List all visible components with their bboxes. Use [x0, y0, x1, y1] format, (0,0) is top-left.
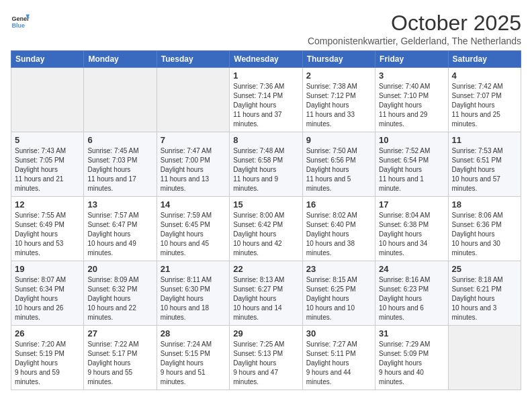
calendar-cell [448, 326, 521, 390]
day-header-friday: Friday [375, 51, 448, 68]
calendar-cell: 17Sunrise: 8:04 AMSunset: 6:38 PMDayligh… [375, 197, 448, 261]
day-info: Sunrise: 7:42 AMSunset: 7:07 PMDaylight … [452, 82, 517, 129]
calendar-cell: 24Sunrise: 8:16 AMSunset: 6:23 PMDayligh… [375, 261, 448, 326]
day-number: 7 [161, 135, 226, 145]
day-info: Sunrise: 7:45 AMSunset: 7:03 PMDaylight … [87, 146, 152, 193]
day-number: 29 [233, 328, 298, 338]
calendar-cell: 26Sunrise: 7:20 AMSunset: 5:19 PMDayligh… [11, 326, 84, 390]
calendar-week-row: 19Sunrise: 8:07 AMSunset: 6:34 PMDayligh… [11, 261, 521, 326]
day-info: Sunrise: 7:25 AMSunset: 5:13 PMDaylight … [233, 340, 298, 387]
location-subtitle: Componistenkwartier, Gelderland, The Net… [308, 36, 521, 46]
day-info: Sunrise: 7:43 AMSunset: 7:05 PMDaylight … [15, 146, 80, 193]
day-number: 12 [15, 199, 80, 210]
calendar-table: SundayMondayTuesdayWednesdayThursdayFrid… [11, 50, 521, 390]
logo-icon: General Blue [11, 11, 30, 30]
month-title: October 2025 [308, 11, 521, 36]
day-info: Sunrise: 8:00 AMSunset: 6:42 PMDaylight … [233, 211, 298, 258]
day-info: Sunrise: 8:11 AMSunset: 6:30 PMDaylight … [161, 275, 226, 322]
title-block: October 2025 Componistenkwartier, Gelder… [308, 11, 521, 46]
day-number: 4 [452, 71, 517, 81]
day-info: Sunrise: 8:13 AMSunset: 6:27 PMDaylight … [233, 275, 298, 322]
day-info: Sunrise: 7:55 AMSunset: 6:49 PMDaylight … [15, 211, 80, 258]
day-number: 22 [233, 264, 298, 274]
calendar-cell: 10Sunrise: 7:52 AMSunset: 6:54 PMDayligh… [375, 132, 448, 197]
day-number: 10 [379, 135, 444, 145]
calendar-header-row: SundayMondayTuesdayWednesdayThursdayFrid… [11, 51, 521, 68]
day-number: 3 [379, 71, 444, 81]
day-number: 31 [379, 328, 444, 338]
calendar-cell: 12Sunrise: 7:55 AMSunset: 6:49 PMDayligh… [11, 197, 84, 261]
day-info: Sunrise: 8:15 AMSunset: 6:25 PMDaylight … [306, 275, 371, 322]
calendar-cell: 11Sunrise: 7:53 AMSunset: 6:51 PMDayligh… [448, 132, 521, 197]
day-header-thursday: Thursday [302, 51, 375, 68]
calendar-cell: 25Sunrise: 8:18 AMSunset: 6:21 PMDayligh… [448, 261, 521, 326]
day-info: Sunrise: 7:40 AMSunset: 7:10 PMDaylight … [379, 82, 444, 129]
calendar-cell: 13Sunrise: 7:57 AMSunset: 6:47 PMDayligh… [84, 197, 157, 261]
calendar-cell: 20Sunrise: 8:09 AMSunset: 6:32 PMDayligh… [84, 261, 157, 326]
calendar-cell: 27Sunrise: 7:22 AMSunset: 5:17 PMDayligh… [84, 326, 157, 390]
day-info: Sunrise: 7:59 AMSunset: 6:45 PMDaylight … [161, 211, 226, 258]
day-number: 14 [161, 199, 226, 210]
day-info: Sunrise: 8:16 AMSunset: 6:23 PMDaylight … [379, 275, 444, 322]
day-header-wednesday: Wednesday [230, 51, 302, 68]
calendar-cell: 1Sunrise: 7:36 AMSunset: 7:14 PMDaylight… [230, 68, 302, 132]
page-header: General Blue October 2025 Componistenkwa… [11, 11, 521, 46]
calendar-cell: 14Sunrise: 7:59 AMSunset: 6:45 PMDayligh… [157, 197, 229, 261]
calendar-cell: 8Sunrise: 7:48 AMSunset: 6:58 PMDaylight… [230, 132, 302, 197]
calendar-cell: 4Sunrise: 7:42 AMSunset: 7:07 PMDaylight… [448, 68, 521, 132]
calendar-cell: 3Sunrise: 7:40 AMSunset: 7:10 PMDaylight… [375, 68, 448, 132]
day-header-monday: Monday [84, 51, 157, 68]
calendar-cell [11, 68, 84, 132]
day-number: 1 [233, 71, 298, 81]
calendar-cell: 6Sunrise: 7:45 AMSunset: 7:03 PMDaylight… [84, 132, 157, 197]
day-number: 17 [379, 199, 444, 210]
day-info: Sunrise: 7:38 AMSunset: 7:12 PMDaylight … [306, 82, 371, 129]
day-info: Sunrise: 7:36 AMSunset: 7:14 PMDaylight … [233, 82, 298, 129]
calendar-cell [84, 68, 157, 132]
day-number: 23 [306, 264, 371, 274]
calendar-week-row: 26Sunrise: 7:20 AMSunset: 5:19 PMDayligh… [11, 326, 521, 390]
day-number: 28 [161, 328, 226, 338]
day-number: 11 [452, 135, 517, 145]
day-info: Sunrise: 8:07 AMSunset: 6:34 PMDaylight … [15, 275, 80, 322]
day-number: 21 [161, 264, 226, 274]
day-info: Sunrise: 8:18 AMSunset: 6:21 PMDaylight … [452, 275, 517, 322]
day-info: Sunrise: 8:09 AMSunset: 6:32 PMDaylight … [87, 275, 152, 322]
day-info: Sunrise: 8:06 AMSunset: 6:36 PMDaylight … [452, 211, 517, 258]
calendar-cell: 9Sunrise: 7:50 AMSunset: 6:56 PMDaylight… [302, 132, 375, 197]
calendar-cell [157, 68, 229, 132]
calendar-cell: 18Sunrise: 8:06 AMSunset: 6:36 PMDayligh… [448, 197, 521, 261]
calendar-cell: 29Sunrise: 7:25 AMSunset: 5:13 PMDayligh… [230, 326, 302, 390]
day-info: Sunrise: 7:27 AMSunset: 5:11 PMDaylight … [306, 340, 371, 387]
day-number: 9 [306, 135, 371, 145]
day-number: 30 [306, 328, 371, 338]
calendar-cell: 21Sunrise: 8:11 AMSunset: 6:30 PMDayligh… [157, 261, 229, 326]
day-info: Sunrise: 7:48 AMSunset: 6:58 PMDaylight … [233, 146, 298, 193]
day-info: Sunrise: 7:53 AMSunset: 6:51 PMDaylight … [452, 146, 517, 193]
calendar-week-row: 5Sunrise: 7:43 AMSunset: 7:05 PMDaylight… [11, 132, 521, 197]
calendar-week-row: 12Sunrise: 7:55 AMSunset: 6:49 PMDayligh… [11, 197, 521, 261]
logo: General Blue [11, 11, 30, 30]
calendar-cell: 19Sunrise: 8:07 AMSunset: 6:34 PMDayligh… [11, 261, 84, 326]
day-number: 8 [233, 135, 298, 145]
calendar-cell: 7Sunrise: 7:47 AMSunset: 7:00 PMDaylight… [157, 132, 229, 197]
day-info: Sunrise: 7:57 AMSunset: 6:47 PMDaylight … [87, 211, 152, 258]
day-number: 16 [306, 199, 371, 210]
day-number: 27 [87, 328, 152, 338]
day-number: 19 [15, 264, 80, 274]
day-header-sunday: Sunday [11, 51, 84, 68]
day-info: Sunrise: 7:29 AMSunset: 5:09 PMDaylight … [379, 340, 444, 387]
day-number: 15 [233, 199, 298, 210]
day-info: Sunrise: 8:04 AMSunset: 6:38 PMDaylight … [379, 211, 444, 258]
calendar-cell: 15Sunrise: 8:00 AMSunset: 6:42 PMDayligh… [230, 197, 302, 261]
day-header-saturday: Saturday [448, 51, 521, 68]
day-number: 18 [452, 199, 517, 210]
calendar-cell: 22Sunrise: 8:13 AMSunset: 6:27 PMDayligh… [230, 261, 302, 326]
day-number: 5 [15, 135, 80, 145]
day-info: Sunrise: 7:52 AMSunset: 6:54 PMDaylight … [379, 146, 444, 193]
day-info: Sunrise: 7:20 AMSunset: 5:19 PMDaylight … [15, 340, 80, 387]
day-info: Sunrise: 7:22 AMSunset: 5:17 PMDaylight … [87, 340, 152, 387]
day-number: 13 [87, 199, 152, 210]
calendar-cell: 30Sunrise: 7:27 AMSunset: 5:11 PMDayligh… [302, 326, 375, 390]
calendar-cell: 23Sunrise: 8:15 AMSunset: 6:25 PMDayligh… [302, 261, 375, 326]
